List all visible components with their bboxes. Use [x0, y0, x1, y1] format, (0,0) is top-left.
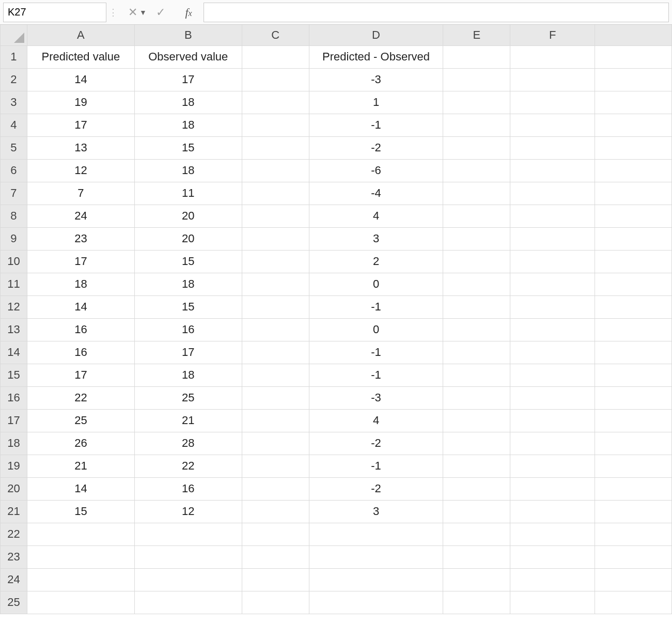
- row-header[interactable]: 12: [1, 295, 27, 318]
- cell-E1[interactable]: [443, 45, 510, 68]
- cell-E5[interactable]: [443, 136, 510, 159]
- cell-F21[interactable]: [510, 500, 595, 523]
- cell-F15[interactable]: [510, 364, 595, 386]
- cell-B21[interactable]: 12: [134, 500, 242, 523]
- row-header[interactable]: 15: [1, 364, 27, 386]
- row-header[interactable]: 5: [1, 136, 27, 159]
- row-header[interactable]: 10: [1, 250, 27, 273]
- row-header[interactable]: 20: [1, 477, 27, 500]
- cell-extra-19[interactable]: [595, 455, 672, 477]
- row-header[interactable]: 2: [1, 68, 27, 91]
- cell-E23[interactable]: [443, 545, 510, 568]
- cell-E12[interactable]: [443, 295, 510, 318]
- cell-D6[interactable]: -6: [309, 159, 443, 182]
- cell-D8[interactable]: 4: [309, 205, 443, 227]
- cell-D19[interactable]: -1: [309, 455, 443, 477]
- cell-D5[interactable]: -2: [309, 136, 443, 159]
- cell-B17[interactable]: 21: [134, 409, 242, 432]
- cell-D22[interactable]: [309, 523, 443, 545]
- cell-F24[interactable]: [510, 568, 595, 591]
- cell-A11[interactable]: 18: [27, 273, 134, 295]
- cancel-button[interactable]: ✕: [119, 6, 147, 19]
- cell-C20[interactable]: [242, 477, 309, 500]
- cell-C12[interactable]: [242, 295, 309, 318]
- cell-E6[interactable]: [443, 159, 510, 182]
- cell-E16[interactable]: [443, 386, 510, 409]
- cell-B10[interactable]: 15: [134, 250, 242, 273]
- cell-extra-20[interactable]: [595, 477, 672, 500]
- cell-A15[interactable]: 17: [27, 364, 134, 386]
- column-header-A[interactable]: A: [27, 25, 134, 45]
- cell-F14[interactable]: [510, 341, 595, 364]
- cell-D16[interactable]: -3: [309, 386, 443, 409]
- cell-E17[interactable]: [443, 409, 510, 432]
- cell-E3[interactable]: [443, 91, 510, 114]
- cell-E11[interactable]: [443, 273, 510, 295]
- row-header[interactable]: 9: [1, 227, 27, 250]
- cell-D17[interactable]: 4: [309, 409, 443, 432]
- cell-F19[interactable]: [510, 455, 595, 477]
- cell-B22[interactable]: [134, 523, 242, 545]
- cell-B20[interactable]: 16: [134, 477, 242, 500]
- cell-E18[interactable]: [443, 432, 510, 455]
- cell-A12[interactable]: 14: [27, 295, 134, 318]
- cell-F1[interactable]: [510, 45, 595, 68]
- row-header[interactable]: 13: [1, 318, 27, 341]
- cell-E13[interactable]: [443, 318, 510, 341]
- cell-A8[interactable]: 24: [27, 205, 134, 227]
- cell-extra-15[interactable]: [595, 364, 672, 386]
- cell-F25[interactable]: [510, 591, 595, 614]
- cell-B15[interactable]: 18: [134, 364, 242, 386]
- cell-F4[interactable]: [510, 114, 595, 136]
- cell-F17[interactable]: [510, 409, 595, 432]
- cell-C1[interactable]: [242, 45, 309, 68]
- cell-F16[interactable]: [510, 386, 595, 409]
- row-header[interactable]: 3: [1, 91, 27, 114]
- cell-E19[interactable]: [443, 455, 510, 477]
- cell-A4[interactable]: 17: [27, 114, 134, 136]
- row-header[interactable]: 18: [1, 432, 27, 455]
- cell-D11[interactable]: 0: [309, 273, 443, 295]
- cell-extra-22[interactable]: [595, 523, 672, 545]
- cell-C9[interactable]: [242, 227, 309, 250]
- cell-extra-2[interactable]: [595, 68, 672, 91]
- cell-F10[interactable]: [510, 250, 595, 273]
- cell-extra-24[interactable]: [595, 568, 672, 591]
- cell-C3[interactable]: [242, 91, 309, 114]
- row-header[interactable]: 16: [1, 386, 27, 409]
- cell-D4[interactable]: -1: [309, 114, 443, 136]
- column-header-C[interactable]: C: [242, 25, 309, 45]
- cell-A23[interactable]: [27, 545, 134, 568]
- row-header[interactable]: 14: [1, 341, 27, 364]
- cell-C21[interactable]: [242, 500, 309, 523]
- row-header[interactable]: 21: [1, 500, 27, 523]
- cell-E10[interactable]: [443, 250, 510, 273]
- cell-C25[interactable]: [242, 591, 309, 614]
- cell-D15[interactable]: -1: [309, 364, 443, 386]
- row-header[interactable]: 17: [1, 409, 27, 432]
- cell-D20[interactable]: -2: [309, 477, 443, 500]
- cell-C24[interactable]: [242, 568, 309, 591]
- cell-A19[interactable]: 21: [27, 455, 134, 477]
- column-header-F[interactable]: F: [510, 25, 595, 45]
- cell-B16[interactable]: 25: [134, 386, 242, 409]
- cell-E14[interactable]: [443, 341, 510, 364]
- cell-F6[interactable]: [510, 159, 595, 182]
- cell-A14[interactable]: 16: [27, 341, 134, 364]
- cell-F8[interactable]: [510, 205, 595, 227]
- cell-C13[interactable]: [242, 318, 309, 341]
- column-header-E[interactable]: E: [443, 25, 510, 45]
- row-header[interactable]: 8: [1, 205, 27, 227]
- cell-D23[interactable]: [309, 545, 443, 568]
- cell-F9[interactable]: [510, 227, 595, 250]
- cell-C23[interactable]: [242, 545, 309, 568]
- cell-C19[interactable]: [242, 455, 309, 477]
- cell-A22[interactable]: [27, 523, 134, 545]
- cell-B9[interactable]: 20: [134, 227, 242, 250]
- cell-B7[interactable]: 11: [134, 182, 242, 205]
- formula-input-wrap[interactable]: [204, 3, 669, 22]
- cell-F20[interactable]: [510, 477, 595, 500]
- cell-F5[interactable]: [510, 136, 595, 159]
- cell-extra-14[interactable]: [595, 341, 672, 364]
- cell-D10[interactable]: 2: [309, 250, 443, 273]
